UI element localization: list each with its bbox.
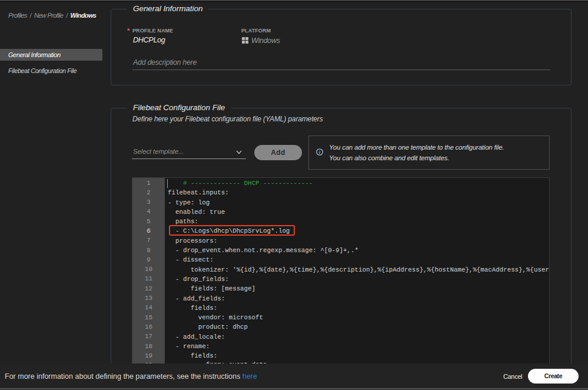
svg-text:i: i [319,149,321,155]
